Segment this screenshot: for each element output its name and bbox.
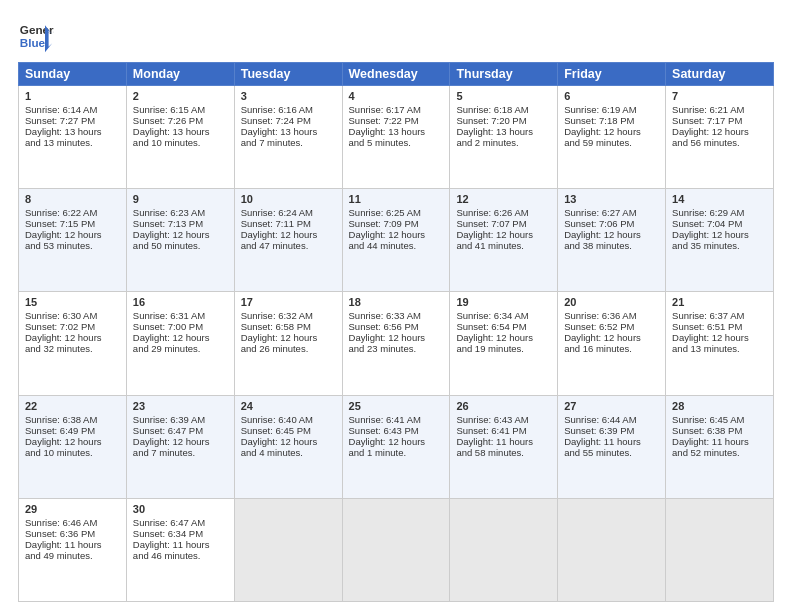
day-info: and 26 minutes. (241, 343, 336, 354)
day-number: 10 (241, 193, 336, 205)
day-info: Sunset: 7:04 PM (672, 218, 767, 229)
day-info: Daylight: 12 hours (133, 229, 228, 240)
table-row: 6Sunrise: 6:19 AMSunset: 7:18 PMDaylight… (558, 86, 666, 189)
day-info: Daylight: 11 hours (456, 436, 551, 447)
day-info: and 5 minutes. (349, 137, 444, 148)
day-info: and 49 minutes. (25, 550, 120, 561)
day-info: Daylight: 13 hours (25, 126, 120, 137)
day-info: and 35 minutes. (672, 240, 767, 251)
table-row (234, 498, 342, 601)
day-number: 20 (564, 296, 659, 308)
day-info: Daylight: 13 hours (349, 126, 444, 137)
col-thursday: Thursday (450, 63, 558, 86)
day-info: Sunset: 7:07 PM (456, 218, 551, 229)
table-row: 15Sunrise: 6:30 AMSunset: 7:02 PMDayligh… (19, 292, 127, 395)
day-info: Sunrise: 6:14 AM (25, 104, 120, 115)
table-row: 21Sunrise: 6:37 AMSunset: 6:51 PMDayligh… (666, 292, 774, 395)
day-info: Sunrise: 6:36 AM (564, 310, 659, 321)
day-info: Daylight: 12 hours (25, 332, 120, 343)
day-info: and 4 minutes. (241, 447, 336, 458)
day-info: Daylight: 12 hours (241, 229, 336, 240)
table-row: 5Sunrise: 6:18 AMSunset: 7:20 PMDaylight… (450, 86, 558, 189)
day-info: Daylight: 11 hours (672, 436, 767, 447)
table-row: 2Sunrise: 6:15 AMSunset: 7:26 PMDaylight… (126, 86, 234, 189)
day-info: Daylight: 12 hours (25, 229, 120, 240)
day-number: 30 (133, 503, 228, 515)
day-info: Sunrise: 6:15 AM (133, 104, 228, 115)
day-info: Daylight: 13 hours (456, 126, 551, 137)
calendar-header-row: Sunday Monday Tuesday Wednesday Thursday… (19, 63, 774, 86)
day-info: and 19 minutes. (456, 343, 551, 354)
day-number: 4 (349, 90, 444, 102)
table-row: 7Sunrise: 6:21 AMSunset: 7:17 PMDaylight… (666, 86, 774, 189)
day-info: Sunrise: 6:43 AM (456, 414, 551, 425)
day-info: Sunrise: 6:30 AM (25, 310, 120, 321)
table-row: 14Sunrise: 6:29 AMSunset: 7:04 PMDayligh… (666, 189, 774, 292)
day-info: Sunrise: 6:24 AM (241, 207, 336, 218)
table-row (342, 498, 450, 601)
day-number: 1 (25, 90, 120, 102)
col-monday: Monday (126, 63, 234, 86)
day-number: 24 (241, 400, 336, 412)
day-info: Sunset: 6:43 PM (349, 425, 444, 436)
table-row: 12Sunrise: 6:26 AMSunset: 7:07 PMDayligh… (450, 189, 558, 292)
day-info: Sunrise: 6:39 AM (133, 414, 228, 425)
day-info: Sunrise: 6:41 AM (349, 414, 444, 425)
calendar-week-2: 8Sunrise: 6:22 AMSunset: 7:15 PMDaylight… (19, 189, 774, 292)
day-number: 26 (456, 400, 551, 412)
day-info: Daylight: 12 hours (672, 332, 767, 343)
col-sunday: Sunday (19, 63, 127, 86)
day-info: Sunset: 6:41 PM (456, 425, 551, 436)
col-wednesday: Wednesday (342, 63, 450, 86)
day-info: Sunrise: 6:47 AM (133, 517, 228, 528)
day-info: Daylight: 12 hours (564, 229, 659, 240)
day-info: and 16 minutes. (564, 343, 659, 354)
day-info: Sunrise: 6:23 AM (133, 207, 228, 218)
day-info: and 59 minutes. (564, 137, 659, 148)
day-number: 22 (25, 400, 120, 412)
table-row: 25Sunrise: 6:41 AMSunset: 6:43 PMDayligh… (342, 395, 450, 498)
page: General Blue Sunday Monday Tuesday Wedne… (0, 0, 792, 612)
day-info: Sunrise: 6:33 AM (349, 310, 444, 321)
day-info: Sunrise: 6:45 AM (672, 414, 767, 425)
day-info: Sunset: 6:38 PM (672, 425, 767, 436)
day-info: Sunrise: 6:19 AM (564, 104, 659, 115)
day-info: and 29 minutes. (133, 343, 228, 354)
day-number: 29 (25, 503, 120, 515)
day-info: Sunrise: 6:22 AM (25, 207, 120, 218)
day-info: Sunset: 7:27 PM (25, 115, 120, 126)
day-number: 19 (456, 296, 551, 308)
day-info: and 53 minutes. (25, 240, 120, 251)
day-info: and 44 minutes. (349, 240, 444, 251)
day-info: Daylight: 12 hours (241, 332, 336, 343)
day-info: Sunset: 7:22 PM (349, 115, 444, 126)
day-info: Sunset: 6:56 PM (349, 321, 444, 332)
day-info: Sunset: 7:20 PM (456, 115, 551, 126)
day-info: Daylight: 13 hours (133, 126, 228, 137)
day-info: and 52 minutes. (672, 447, 767, 458)
day-info: Sunset: 6:51 PM (672, 321, 767, 332)
day-info: Sunrise: 6:27 AM (564, 207, 659, 218)
calendar-week-4: 22Sunrise: 6:38 AMSunset: 6:49 PMDayligh… (19, 395, 774, 498)
day-info: Sunrise: 6:21 AM (672, 104, 767, 115)
day-info: Sunrise: 6:26 AM (456, 207, 551, 218)
day-info: Sunrise: 6:18 AM (456, 104, 551, 115)
day-number: 17 (241, 296, 336, 308)
day-info: Sunrise: 6:31 AM (133, 310, 228, 321)
day-info: Sunrise: 6:16 AM (241, 104, 336, 115)
table-row: 8Sunrise: 6:22 AMSunset: 7:15 PMDaylight… (19, 189, 127, 292)
logo: General Blue (18, 18, 54, 54)
day-info: and 50 minutes. (133, 240, 228, 251)
day-info: Sunset: 7:15 PM (25, 218, 120, 229)
day-number: 2 (133, 90, 228, 102)
day-info: Sunset: 7:11 PM (241, 218, 336, 229)
day-info: Sunrise: 6:34 AM (456, 310, 551, 321)
day-info: Sunset: 7:09 PM (349, 218, 444, 229)
day-info: Sunset: 7:02 PM (25, 321, 120, 332)
day-info: Sunrise: 6:38 AM (25, 414, 120, 425)
day-info: Daylight: 12 hours (349, 332, 444, 343)
day-number: 9 (133, 193, 228, 205)
day-info: and 1 minute. (349, 447, 444, 458)
day-info: Sunset: 7:17 PM (672, 115, 767, 126)
day-info: Daylight: 12 hours (133, 332, 228, 343)
